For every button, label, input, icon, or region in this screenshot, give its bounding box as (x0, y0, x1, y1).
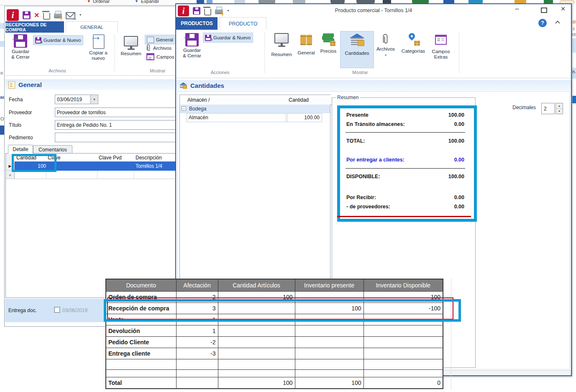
almacen-name-cell[interactable]: Almacén (187, 113, 286, 122)
table-cell[interactable]: Venta (106, 314, 176, 325)
table-cell[interactable] (364, 348, 443, 359)
cancel-icon[interactable]: × (34, 11, 39, 19)
table-column-header[interactable]: Inventario presente (295, 279, 364, 292)
table-cell[interactable] (364, 325, 443, 337)
table-cell[interactable]: 0 (364, 377, 443, 389)
almacen-cantidad-cell[interactable]: 100.00 (287, 113, 322, 122)
table-cell[interactable]: 100 (218, 377, 295, 389)
campos-toggle-button[interactable]: Campos (145, 52, 176, 61)
tab-productos[interactable]: PRODUCTOS (176, 17, 218, 30)
table-cell[interactable]: Recepción de compra (106, 303, 176, 314)
print-icon[interactable] (54, 10, 62, 20)
descripcion-cell[interactable]: Tornillos 1/4 (136, 163, 162, 169)
table-cell[interactable] (364, 337, 443, 348)
table-cell[interactable] (295, 337, 364, 348)
table-cell[interactable] (295, 359, 364, 370)
table-cell[interactable] (176, 377, 218, 389)
group-row-bodega[interactable]: − Bodega (180, 105, 330, 113)
column-header-clave-pvd[interactable]: Clave Pvd (97, 154, 136, 162)
table-column-header[interactable]: Cantidad Artículos (218, 279, 295, 292)
table-cell[interactable] (364, 314, 443, 325)
table-column-header[interactable]: Afectación (176, 279, 218, 292)
table-cell[interactable]: Pedido Cliente (106, 337, 176, 348)
collapse-ribbon-icon[interactable] (555, 20, 560, 25)
column-header-almacen[interactable]: Almacén / (180, 95, 295, 105)
table-cell[interactable] (295, 348, 364, 359)
column-header-cantidad[interactable]: Cantidad (15, 154, 48, 162)
table-cell[interactable]: 100 (295, 303, 364, 314)
table-cell[interactable]: Total (106, 377, 176, 389)
table-cell[interactable] (295, 325, 364, 337)
table-cell[interactable] (218, 337, 295, 348)
app-logo-icon[interactable]: i (7, 9, 19, 21)
table-cell[interactable] (218, 359, 295, 370)
table-column-header[interactable]: Inventario Disponible (364, 279, 443, 292)
table-cell[interactable] (218, 348, 295, 359)
entrega-doc-date[interactable]: 03/06/2019 (62, 307, 87, 313)
guardar-cerrar-button[interactable]: → Guardar & Cerrar (180, 33, 204, 59)
precios-view-button[interactable]: Precios (318, 33, 338, 54)
spin-up-button[interactable]: ▲ (556, 103, 563, 109)
column-header-cantidad[interactable]: Cantidad (287, 95, 325, 105)
tab-producto[interactable]: PRODUCTO (220, 17, 266, 30)
send-mail-icon[interactable]: → (66, 10, 75, 21)
table-cell[interactable] (364, 370, 443, 377)
maximize-button[interactable] (541, 7, 547, 15)
table-cell[interactable] (218, 370, 295, 377)
minimize-button[interactable]: – (511, 5, 523, 14)
table-cell[interactable]: Orden de compra (106, 292, 176, 303)
table-cell[interactable]: -2 (176, 337, 218, 348)
tab-detalle[interactable]: Detalle (8, 145, 33, 154)
close-button[interactable]: × (558, 4, 568, 14)
table-cell[interactable] (218, 303, 295, 314)
cantidad-cell[interactable]: 100 (38, 163, 46, 169)
table-cell[interactable] (295, 370, 364, 377)
table-cell[interactable]: 1 (176, 325, 218, 337)
archivos-toggle-button[interactable]: Archivos (145, 44, 173, 52)
archivos-dropdown-icon[interactable]: ▼ (374, 53, 397, 58)
table-cell[interactable]: -3 (176, 348, 218, 359)
table-cell[interactable] (364, 359, 443, 370)
table-cell[interactable]: 100 (218, 292, 295, 303)
table-cell[interactable]: 3 (176, 303, 218, 314)
entrega-doc-checkbox[interactable] (54, 307, 60, 313)
table-cell[interactable]: -100 (364, 303, 443, 314)
table-cell[interactable] (218, 325, 295, 337)
table-cell[interactable] (295, 292, 364, 303)
delete-icon[interactable] (43, 13, 50, 20)
table-column-header[interactable]: Documento (106, 279, 176, 292)
save-icon[interactable] (23, 11, 31, 19)
table-cell[interactable] (106, 370, 176, 377)
tab-recepciones-de-compra[interactable]: RECEPCIONES DE COMPRA (5, 21, 64, 33)
fecha-input[interactable] (55, 95, 95, 104)
archivos-view-button[interactable]: Archivos ▼ (374, 33, 397, 58)
table-cell[interactable]: 100 (295, 377, 364, 389)
table-cell[interactable]: Entrega cliente (106, 348, 176, 359)
help-button[interactable]: ? (538, 19, 547, 27)
table-cell[interactable] (176, 370, 218, 377)
table-cell[interactable]: -1 (176, 314, 218, 325)
qat-overflow-icon[interactable]: ▼ (79, 13, 82, 17)
general-view-button[interactable]: General (296, 33, 317, 56)
campos-extras-view-button[interactable]: Campos Extras (428, 33, 453, 60)
cantidades-view-button[interactable]: Cantidades (340, 31, 374, 68)
ordenar-fragment-label[interactable]: Ordenar (93, 0, 110, 4)
new-row-selector[interactable]: * (6, 171, 15, 179)
categorias-view-button[interactable]: Categorías (399, 33, 427, 54)
decimales-input[interactable]: 2 (541, 103, 555, 114)
copiar-a-nuevo-button[interactable]: → Copiar a nuevo (87, 34, 109, 61)
table-cell[interactable]: Devolución (106, 325, 176, 337)
expandir-fragment-label[interactable]: Expandir (141, 0, 159, 4)
resumen-view-button[interactable]: Resumen (269, 33, 294, 57)
table-cell[interactable]: 2 (176, 292, 218, 303)
guardar-nuevo-button[interactable]: + Guardar & Nuevo (203, 33, 253, 43)
spin-down-button[interactable]: ▼ (556, 109, 563, 114)
guardar-nuevo-button[interactable]: + Guardar & Nuevo (33, 35, 83, 45)
table-cell[interactable]: 100 (364, 292, 443, 303)
table-cell[interactable] (295, 314, 364, 325)
guardar-cerrar-button[interactable]: → Guardar & Cerrar (8, 34, 33, 60)
column-header-clave[interactable]: Clave (46, 154, 99, 162)
table-cell[interactable] (106, 359, 176, 370)
collapse-icon[interactable]: − (182, 106, 186, 111)
resumen-button[interactable]: Resumen (119, 36, 143, 56)
